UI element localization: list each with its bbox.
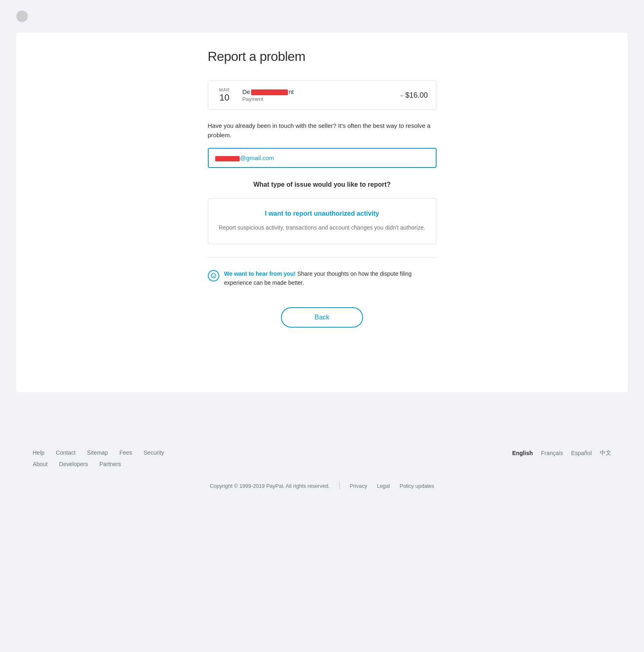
svg-point-2 [212, 275, 213, 275]
footer-link-fees[interactable]: Fees [119, 449, 132, 456]
option-card[interactable]: I want to report unauthorized activity R… [208, 198, 437, 244]
transaction-name-redacted [251, 89, 288, 95]
footer-link-policy-updates[interactable]: Policy updates [400, 483, 435, 489]
lang-french[interactable]: Français [541, 450, 563, 456]
svg-point-3 [214, 275, 215, 275]
option-card-desc: Report suspicious activity, transactions… [218, 223, 426, 232]
footer-link-privacy[interactable]: Privacy [350, 483, 367, 489]
transaction-name-prefix: De [243, 88, 250, 95]
footer-link-sitemap[interactable]: Sitemap [87, 449, 108, 456]
transaction-card: MAR 10 Dent Payment –$16.00 [208, 80, 437, 110]
transaction-month: MAR [216, 87, 233, 92]
transaction-type: Payment [243, 96, 400, 102]
transaction-day: 10 [216, 92, 233, 103]
footer-link-contact[interactable]: Contact [56, 449, 76, 456]
lang-chinese[interactable]: 中文 [600, 449, 611, 457]
footer-row-1: Help Contact Sitemap Fees Security [33, 449, 164, 456]
footer-bottom: Copyright © 1999-2019 PayPal. All rights… [0, 476, 644, 499]
footer-copyright: Copyright © 1999-2019 PayPal. All rights… [210, 483, 330, 489]
footer-left: Help Contact Sitemap Fees Security About… [33, 449, 164, 467]
feedback-highlight: We want to hear from you! [224, 270, 296, 277]
transaction-amount: –$16.00 [400, 91, 428, 100]
footer-links: Help Contact Sitemap Fees Security About… [0, 433, 644, 476]
email-field[interactable]: @gmail.com [208, 148, 437, 168]
footer-languages: English Français Español 中文 [512, 449, 611, 457]
svg-point-0 [211, 273, 216, 278]
transaction-name-suffix: nt [289, 88, 294, 95]
footer-link-security[interactable]: Security [144, 449, 165, 456]
top-nav [0, 0, 644, 33]
footer-link-partners[interactable]: Partners [99, 461, 121, 467]
footer-vertical-divider [339, 482, 340, 489]
back-button-wrap: Back [208, 307, 437, 328]
back-button[interactable]: Back [281, 307, 363, 328]
footer-link-about[interactable]: About [33, 461, 48, 467]
feedback-row: We want to hear from you! Share your tho… [208, 269, 437, 288]
page-title: Report a problem [208, 49, 437, 64]
section-divider [208, 257, 437, 258]
feedback-icon [208, 270, 219, 281]
middle-spacer [0, 392, 644, 433]
issue-question: What type of issue would you like to rep… [208, 181, 437, 188]
email-suffix: @gmail.com [240, 154, 274, 161]
transaction-info: Dent Payment [243, 88, 400, 102]
main-card: Report a problem MAR 10 Dent Payment –$1… [16, 33, 628, 392]
feedback-text: We want to hear from you! Share your tho… [224, 269, 437, 288]
transaction-amount-value: $16.00 [405, 91, 428, 99]
lang-english[interactable]: English [512, 450, 533, 456]
contact-prompt: Have you already been in touch with the … [208, 121, 437, 140]
transaction-dash: – [400, 92, 404, 99]
footer-link-help[interactable]: Help [33, 449, 45, 456]
email-redacted [215, 156, 240, 161]
nav-logo [16, 11, 28, 22]
footer-row-2: About Developers Partners [33, 461, 164, 467]
footer-link-developers[interactable]: Developers [59, 461, 88, 467]
content-area: Report a problem MAR 10 Dent Payment –$1… [200, 49, 445, 328]
transaction-date: MAR 10 [216, 87, 233, 103]
option-card-title: I want to report unauthorized activity [218, 210, 426, 217]
footer-link-legal[interactable]: Legal [377, 483, 390, 489]
lang-spanish[interactable]: Español [571, 450, 592, 456]
transaction-name: Dent [243, 88, 400, 95]
